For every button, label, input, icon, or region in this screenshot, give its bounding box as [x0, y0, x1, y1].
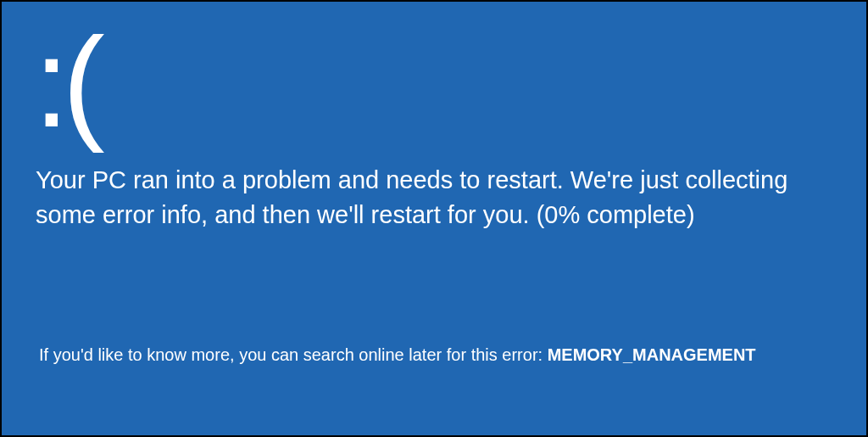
- bsod-main-message: Your PC ran into a problem and needs to …: [36, 163, 832, 232]
- sad-face-icon: :(: [34, 19, 98, 146]
- error-code: MEMORY_MANAGEMENT: [548, 345, 756, 364]
- more-info-prefix: If you'd like to know more, you can sear…: [39, 345, 548, 364]
- bsod-more-info: If you'd like to know more, you can sear…: [39, 345, 832, 365]
